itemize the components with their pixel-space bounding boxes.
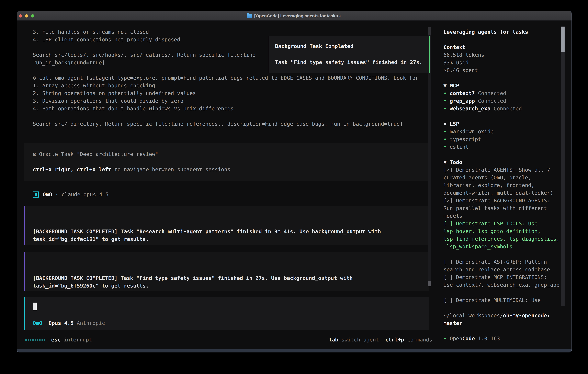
statusbar: esc interrupt tab switch agent ctrl+p co… <box>25 336 432 343</box>
ctrlp-action-label: commands <box>404 337 432 343</box>
terminal-line <box>443 289 572 296</box>
tab-action-label: switch agent <box>338 337 379 343</box>
terminal-line: • markdown-oxide <box>443 128 572 135</box>
terminal-line: Search src/ directory. Return specific f… <box>33 120 430 128</box>
terminal-line: 2. String operations on potentially unde… <box>33 89 430 97</box>
terminal-line <box>443 250 572 258</box>
terminal-line: [BACKGROUND TASK COMPLETED] Task "Find t… <box>33 274 429 282</box>
spinner-dot <box>39 339 41 341</box>
esc-key-hint: esc <box>51 337 61 343</box>
spinner-dots <box>25 339 45 341</box>
terminal-line: task_id="bg_6f59260c" to get results. <box>33 282 429 290</box>
terminal-line <box>443 327 572 335</box>
terminal-line: master <box>443 319 572 327</box>
terminal-line: ▼ LSP <box>443 120 572 128</box>
terminal-line: • grep_app Connected <box>443 97 572 105</box>
terminal-line: 66,518 tokens <box>443 51 572 59</box>
terminal-line: $0.46 spent <box>443 66 572 74</box>
notification-toast: Background Task Completed Task "Find typ… <box>269 36 430 73</box>
terminal-line: librarian, explore, frontend, <box>443 181 572 189</box>
terminal-line: ~/local-workspaces/oh-my-opencode: <box>443 312 572 319</box>
terminal-line: Context <box>443 43 572 51</box>
terminal-line: [✓] Demonstrate BACKGROUND AGENTS: <box>443 197 572 204</box>
spinner-dot <box>35 339 36 341</box>
terminal-line: • websearch_exa Connected <box>443 105 572 112</box>
terminal-line: • eslint <box>443 143 572 151</box>
oracle-task-panel: ◉ Oracle Task "Deep architecture review"… <box>24 143 429 181</box>
agent-name: OmO <box>43 191 52 197</box>
terminal-line: Run parallel tasks with different <box>443 204 572 212</box>
scrollbar-thumb[interactable] <box>428 281 431 286</box>
terminal-line: ctrl+x right, ctrl+x left to navigate be… <box>33 166 429 173</box>
input-model-label: Opus 4.5 <box>48 320 74 326</box>
spinner-dot <box>28 339 29 341</box>
agent-separator: · <box>52 191 62 197</box>
ctrlp-key-hint: ctrl+p <box>385 337 404 343</box>
agent-checkbox-icon <box>33 191 39 197</box>
agent-header: OmO · claude-opus-4-5 <box>33 191 108 198</box>
gap <box>74 320 77 326</box>
terminal-line <box>443 112 572 120</box>
terminal-line <box>443 151 572 158</box>
gap <box>379 337 385 343</box>
terminal-line: • context7 Connected <box>443 89 572 97</box>
terminal-line: [ ] Demonstrate AST-GREP: Pattern <box>443 258 572 266</box>
scrollbar-segment-top[interactable] <box>428 27 431 35</box>
terminal-line <box>33 112 430 120</box>
terminal-line: curated agents (OmO, oracle, <box>443 174 572 181</box>
terminal-line: task_id="bg_dcfac161" to get results. <box>33 235 429 243</box>
window-bottom-edge <box>17 349 571 352</box>
notification-title: Background Task Completed <box>275 42 424 50</box>
statusbar-left: esc interrupt <box>25 337 92 343</box>
sidebar-scrollbar-thumb[interactable] <box>561 27 565 52</box>
terminal-line <box>33 158 429 166</box>
tab-key-hint: tab <box>329 337 338 343</box>
agent-header-text: OmO · claude-opus-4-5 <box>43 191 108 198</box>
agent-model: claude-opus-4-5 <box>62 191 108 197</box>
terminal-line: 1. Array access without bounds checking <box>33 82 430 89</box>
terminal-line: 4. Path operations that don't handle Win… <box>33 105 430 112</box>
terminal-line: ▼ MCP <box>443 82 572 89</box>
sidebar-scrollbar[interactable] <box>561 26 565 306</box>
task-box: [BACKGROUND TASK COMPLETED] Task "Resear… <box>24 206 429 245</box>
terminal-line: 33% used <box>443 59 572 66</box>
task-box: [BACKGROUND TASK COMPLETED] Task "Find t… <box>24 252 429 291</box>
terminal-line: search and replace across codebase <box>443 266 572 273</box>
gap <box>42 320 48 326</box>
folder-icon <box>247 14 252 18</box>
terminal-line: ⚙ call_omo_agent [subagent_type=explore,… <box>33 74 430 82</box>
statusbar-right: tab switch agent ctrl+p commands <box>329 337 432 343</box>
terminal-line: Leveraging agents for tasks <box>443 28 572 36</box>
terminal-line: [ ] Demonstrate MCP INTEGRATIONS: <box>443 273 572 281</box>
spinner-dot <box>44 339 45 341</box>
terminal-line: ◉ Oracle Task "Deep architecture review" <box>33 150 429 158</box>
terminal-line: [BACKGROUND TASK COMPLETED] Task "Resear… <box>33 228 429 235</box>
terminal-line: [ ] Demonstrate MULTIMODAL: Use <box>443 296 572 304</box>
window-title-wrap: [OpenCode] Leveraging agents for tasks ◐ <box>17 11 571 21</box>
sidebar: Leveraging agents for tasks Context66,51… <box>443 28 572 342</box>
terminal-line <box>443 36 572 43</box>
spinner-dot <box>42 339 43 341</box>
terminal-line: models <box>443 212 572 220</box>
task-box-lines: [BACKGROUND TASK COMPLETED] Task "Resear… <box>33 228 429 243</box>
terminal-line: lsp_hover, lsp_goto_definition, <box>443 227 572 235</box>
prompt-input[interactable]: OmO Opus 4.5 Anthropic <box>24 297 429 330</box>
terminal-line: • typescript <box>443 135 572 143</box>
terminal-line: 3. File handles or streams not closed <box>33 28 430 36</box>
terminal-line: ▼ Todo <box>443 158 572 166</box>
app-window: [OpenCode] Leveraging agents for tasks ◐… <box>17 11 572 353</box>
terminal-line: • OpenCode 1.0.163 <box>443 335 572 342</box>
input-provider-label: Anthropic <box>77 320 105 326</box>
terminal-line: lsp_workspace_symbols <box>443 243 572 250</box>
spinner-dot <box>32 339 33 341</box>
input-agent-label: OmO <box>33 320 42 326</box>
esc-action-label: interrupt <box>61 337 92 343</box>
terminal-line <box>443 74 572 82</box>
titlebar: [OpenCode] Leveraging agents for tasks ◐ <box>17 11 571 21</box>
notification-body: Task "Find type safety issues" finished … <box>275 58 424 66</box>
terminal-line <box>443 304 572 312</box>
input-footer: OmO Opus 4.5 Anthropic <box>33 319 105 327</box>
terminal-line: document-writer, multimodal-looker) <box>443 189 572 197</box>
terminal-line: [ ] Demonstrate LSP TOOLS: Use <box>443 220 572 227</box>
window-title: [OpenCode] Leveraging agents for tasks ◐ <box>254 13 342 18</box>
